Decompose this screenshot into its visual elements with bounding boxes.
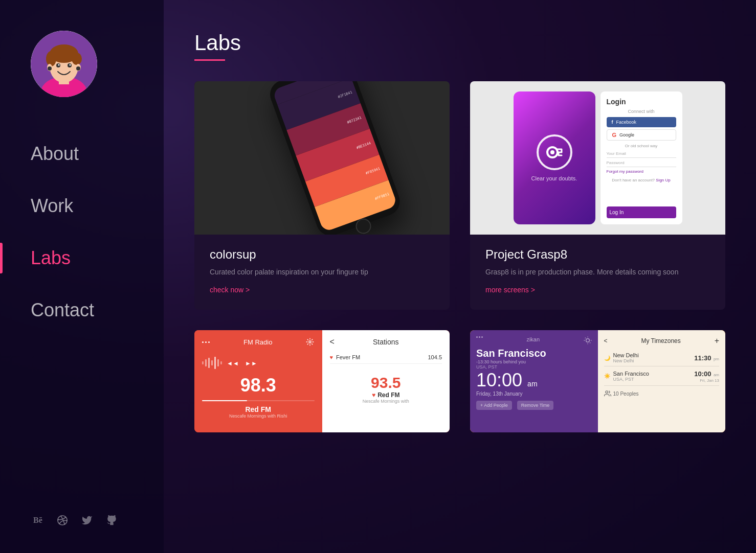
- sidebar-item-about[interactable]: About: [31, 128, 164, 180]
- fm-radio-card: FM Radio: [194, 330, 450, 432]
- colorsup-link[interactable]: check now >: [210, 286, 250, 294]
- grasp8-content: Project Grasp8 Grasp8 is in pre producti…: [470, 235, 725, 310]
- second-row-cards: FM Radio: [194, 330, 725, 432]
- colorsup-content: colorsup Curated color palate inspiratio…: [194, 235, 450, 310]
- grasp8-login: Login Connect with f Facebook G Google O…: [601, 91, 682, 224]
- google-btn: G Google: [607, 129, 676, 141]
- colorsup-image: 11:07 AM #2F1B41 #872341: [194, 81, 450, 235]
- station-item[interactable]: ♥Fever FM 104.5: [330, 351, 442, 364]
- zikan-header: zikan: [476, 336, 592, 344]
- facebook-btn: f Facebook: [607, 117, 676, 127]
- svg-line-31: [585, 338, 585, 338]
- svg-point-6: [72, 53, 82, 65]
- dribbble-icon[interactable]: [55, 513, 70, 527]
- zikan-left-panel: zikan San Francisco -13:30 hours behind …: [470, 330, 598, 432]
- grasp8-desc: Grasp8 is in pre production phase. More …: [485, 267, 710, 278]
- svg-point-18: [309, 341, 311, 343]
- grasp8-title: Project Grasp8: [485, 247, 710, 262]
- zikan-country: USA, PST: [476, 364, 592, 370]
- avatar: [31, 31, 97, 97]
- now-station-name: ♥ Red FM: [372, 391, 399, 399]
- svg-text:◄◄: ◄◄: [227, 360, 239, 367]
- now-freq: 93.5: [371, 374, 401, 391]
- tz-item[interactable]: ☀️ San Francisco USA, PST 10:00 am Fri, …: [604, 366, 720, 386]
- forgot-link: Forgot my password: [607, 169, 676, 174]
- tz-item[interactable]: 🌙 New Delhi New Delhi 11:30 pm: [604, 350, 720, 366]
- svg-text:►►: ►►: [245, 360, 257, 367]
- stations-panel: < Stations ♥Fever FM 104.5 93.5 ♥ Red FM…: [322, 330, 450, 432]
- main-content: Labs 11:07 AM: [164, 0, 756, 553]
- zikan-behind: -13:30 hours behind you: [476, 359, 592, 364]
- title-underline: [194, 59, 225, 61]
- grasp8-image: Clear your doubts. Login Connect with f …: [470, 81, 725, 235]
- sidebar-item-contact[interactable]: Contact: [31, 284, 164, 336]
- zikan-date: Friday, 13th January: [476, 391, 592, 397]
- svg-rect-23: [214, 357, 216, 369]
- zikan-time: 10:00 am: [476, 370, 592, 391]
- fm-frequency: 98.3: [202, 375, 315, 396]
- svg-point-5: [46, 51, 56, 66]
- now-playing: 93.5 ♥ Red FM Nescafe Mornings with: [330, 368, 442, 410]
- svg-point-17: [550, 150, 554, 154]
- grasp8-card: Clear your doubts. Login Connect with f …: [470, 81, 725, 310]
- stations-title: Stations: [373, 338, 399, 346]
- login-button[interactable]: Log In: [607, 206, 676, 218]
- twitter-icon[interactable]: [80, 513, 94, 527]
- svg-line-32: [590, 342, 590, 343]
- colorsup-card: 11:07 AM #2F1B41 #872341: [194, 81, 450, 310]
- my-timezones-title: My Timezones: [641, 337, 680, 344]
- svg-rect-24: [217, 359, 219, 366]
- social-links: Bē: [31, 513, 119, 527]
- zikan-app-name: zikan: [526, 336, 540, 344]
- svg-point-14: [76, 66, 80, 71]
- fm-subtitle: Nescafe Mornings with Rishi: [202, 413, 315, 419]
- fm-title: FM Radio: [243, 338, 272, 346]
- tz-time-newdelhi: 11:30: [694, 354, 711, 362]
- grasp8-link[interactable]: more screens >: [485, 286, 535, 294]
- sidebar-item-work[interactable]: Work: [31, 180, 164, 232]
- sidebar-item-labs[interactable]: Labs: [31, 232, 164, 284]
- fm-left-panel: FM Radio: [194, 330, 322, 432]
- zikan-right-panel: < My Timezones + 🌙 New Delhi New Delhi 1…: [598, 330, 726, 432]
- grasp8-logo: [537, 134, 572, 170]
- svg-point-35: [605, 391, 608, 394]
- github-icon[interactable]: [104, 513, 119, 527]
- now-subtitle: Nescafe Mornings with: [363, 399, 409, 404]
- login-header: Login: [607, 98, 676, 106]
- colorsup-desc: Curated color palate inspiration on your…: [210, 267, 434, 278]
- svg-rect-25: [220, 361, 222, 364]
- grasp8-splash: Clear your doubts.: [514, 91, 595, 224]
- svg-rect-21: [208, 358, 210, 368]
- cards-grid: 11:07 AM #2F1B41 #872341: [194, 81, 725, 310]
- nav-menu: About Work Labs Contact: [31, 128, 164, 336]
- my-timezones-header: < My Timezones +: [604, 336, 720, 345]
- svg-point-13: [48, 66, 52, 71]
- page-header: Labs: [194, 31, 725, 61]
- zikan-card: zikan San Francisco -13:30 hours behind …: [470, 330, 725, 432]
- sidebar: About Work Labs Contact Bē: [0, 0, 164, 553]
- svg-point-10: [70, 64, 71, 66]
- tz-time-sf: 10:00: [694, 370, 711, 378]
- station-freq: 104.5: [428, 354, 442, 360]
- zikan-city: San Francisco: [476, 348, 592, 359]
- people-count: 10 Peoples: [604, 390, 720, 397]
- colorsup-title: colorsup: [210, 247, 434, 262]
- behance-icon[interactable]: Bē: [31, 513, 45, 527]
- fm-station-name: Red FM: [202, 405, 315, 413]
- svg-point-9: [58, 64, 60, 66]
- station-name: Fever FM: [336, 354, 360, 360]
- svg-rect-22: [211, 360, 213, 365]
- fm-header: FM Radio: [202, 338, 315, 346]
- svg-point-28: [586, 339, 589, 342]
- svg-rect-19: [202, 361, 204, 364]
- fm-waves: ◄◄ ►►: [202, 355, 315, 371]
- page-title: Labs: [194, 31, 725, 55]
- svg-rect-20: [205, 359, 207, 366]
- grasp8-tagline: Clear your doubts.: [531, 175, 577, 181]
- stations-header: < Stations: [330, 338, 442, 346]
